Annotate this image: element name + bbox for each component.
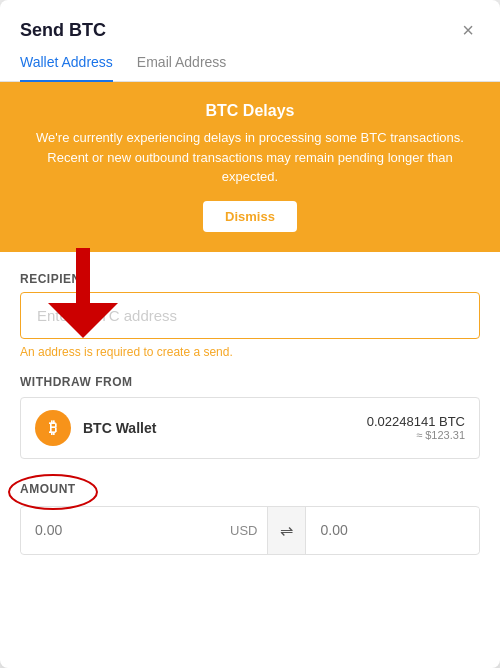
- usd-input-group: USD: [21, 508, 267, 552]
- wallet-name: BTC Wallet: [83, 420, 367, 436]
- alert-message: We're currently experiencing delays in p…: [24, 128, 476, 187]
- wallet-row[interactable]: ₿ BTC Wallet 0.02248141 BTC ≈ $123.31: [20, 397, 480, 459]
- alert-banner: BTC Delays We're currently experiencing …: [0, 82, 500, 252]
- close-button[interactable]: ×: [456, 18, 480, 42]
- send-btc-modal: Send BTC × Wallet Address Email Address …: [0, 0, 500, 668]
- recipient-input[interactable]: [20, 292, 480, 339]
- modal-body: Recipient An address is required to crea…: [0, 252, 500, 669]
- btc-input-group: BTC: [306, 508, 480, 552]
- dismiss-button[interactable]: Dismiss: [203, 201, 297, 232]
- recipient-label: Recipient: [20, 272, 480, 286]
- amount-section: Amount USD ⇌ BTC: [20, 479, 480, 555]
- swap-icon: ⇌: [280, 521, 293, 540]
- swap-currencies-button[interactable]: ⇌: [267, 507, 306, 554]
- amount-inputs: USD ⇌ BTC: [20, 506, 480, 555]
- wallet-balance: 0.02248141 BTC ≈ $123.31: [367, 414, 465, 441]
- tab-wallet-address[interactable]: Wallet Address: [20, 54, 113, 82]
- btc-amount-input[interactable]: [306, 508, 480, 552]
- alert-title: BTC Delays: [24, 102, 476, 120]
- btc-icon: ₿: [35, 410, 71, 446]
- amount-label-wrapper: Amount: [20, 482, 76, 496]
- balance-usd: ≈ $123.31: [367, 429, 465, 441]
- balance-btc: 0.02248141 BTC: [367, 414, 465, 429]
- usd-amount-input[interactable]: [21, 508, 220, 552]
- withdraw-label: Withdraw From: [20, 375, 480, 389]
- tab-email-address[interactable]: Email Address: [137, 54, 226, 82]
- usd-currency-label: USD: [220, 509, 267, 552]
- tabs-container: Wallet Address Email Address: [0, 42, 500, 82]
- modal-title: Send BTC: [20, 20, 106, 41]
- modal-header: Send BTC ×: [0, 0, 500, 42]
- recipient-error: An address is required to create a send.: [20, 345, 480, 359]
- amount-label: Amount: [20, 482, 76, 496]
